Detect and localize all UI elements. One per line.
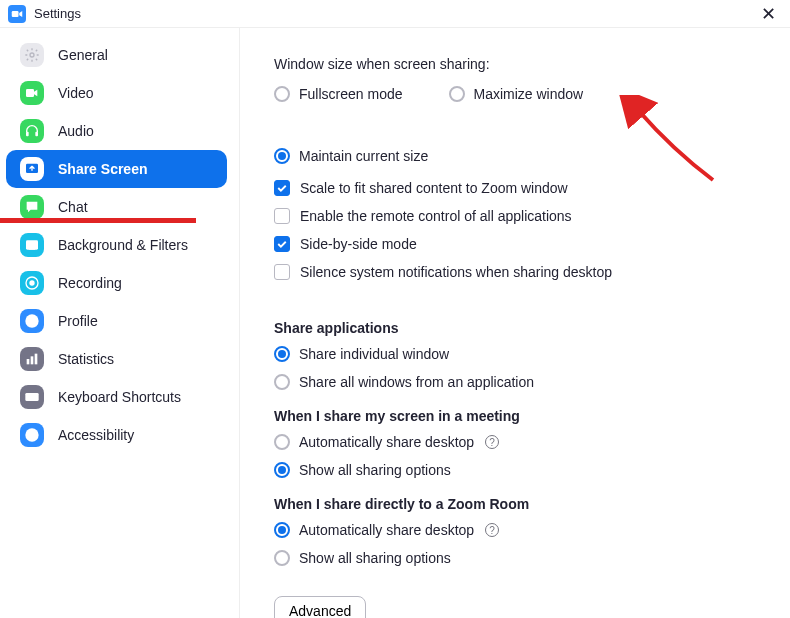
advanced-button[interactable]: Advanced (274, 596, 366, 618)
radio-autoshare2[interactable]: Automatically share desktop ? (274, 522, 770, 538)
checkbox-label: Silence system notifications when sharin… (300, 264, 612, 280)
sidebar: GeneralVideoAudioShare ScreenChatBackgro… (0, 28, 240, 618)
sidebar-item-general[interactable]: General (6, 36, 227, 74)
sidebar-item-profile[interactable]: Profile (6, 302, 227, 340)
sidebar-item-label: Recording (58, 275, 122, 291)
sidebar-item-label: General (58, 47, 108, 63)
keyboard-icon (20, 385, 44, 409)
sidebar-item-label: Chat (58, 199, 88, 215)
radio-maintain[interactable]: Maintain current size (274, 148, 428, 164)
titlebar: Settings ✕ (0, 0, 790, 28)
checkbox-box-icon (274, 236, 290, 252)
radio-maximize[interactable]: Maximize window (449, 86, 584, 102)
group-title: When I share directly to a Zoom Room (274, 496, 770, 512)
radio-allwin[interactable]: Share all windows from an application (274, 374, 770, 390)
help-icon[interactable]: ? (485, 523, 499, 537)
radio-label: Show all sharing options (299, 550, 451, 566)
radio-circle-icon (274, 462, 290, 478)
sidebar-item-keyboard[interactable]: Keyboard Shortcuts (6, 378, 227, 416)
radio-circle-icon (274, 346, 290, 362)
group-title: Share applications (274, 320, 770, 336)
window-title: Settings (34, 6, 81, 21)
svg-rect-18 (33, 395, 34, 396)
sidebar-item-stats[interactable]: Statistics (6, 340, 227, 378)
svg-rect-12 (27, 359, 30, 364)
radio-circle-icon (449, 86, 465, 102)
svg-rect-2 (26, 89, 34, 97)
radio-label: Maintain current size (299, 148, 428, 164)
svg-rect-4 (35, 132, 38, 137)
svg-rect-19 (35, 395, 36, 396)
sidebar-item-share[interactable]: Share Screen (6, 150, 227, 188)
radio-circle-icon (274, 374, 290, 390)
gear-icon (20, 43, 44, 67)
stats-icon (20, 347, 44, 371)
checkbox-box-icon (274, 180, 290, 196)
headphones-icon (20, 119, 44, 143)
radio-circle-icon (274, 86, 290, 102)
checkbox-label: Side-by-side mode (300, 236, 417, 252)
checkbox-box-icon (274, 208, 290, 224)
close-button[interactable]: ✕ (755, 3, 782, 25)
radio-group: Automatically share desktop ?Show all sh… (274, 434, 770, 478)
radio-label: Fullscreen mode (299, 86, 403, 102)
radio-indiv[interactable]: Share individual window (274, 346, 770, 362)
zoom-logo-icon (8, 5, 26, 23)
svg-point-7 (30, 243, 33, 246)
settings-content: Window size when screen sharing: Fullscr… (240, 28, 790, 618)
sidebar-item-label: Keyboard Shortcuts (58, 389, 181, 405)
radio-label: Show all sharing options (299, 462, 451, 478)
share-icon (20, 157, 44, 181)
annotation-underline (0, 218, 196, 223)
sidebar-item-label: Statistics (58, 351, 114, 367)
svg-rect-15 (25, 393, 38, 401)
checkbox-remote[interactable]: Enable the remote control of all applica… (274, 208, 770, 224)
svg-point-1 (30, 53, 34, 57)
radio-label: Maximize window (474, 86, 584, 102)
sidebar-item-label: Accessibility (58, 427, 134, 443)
svg-point-11 (30, 317, 34, 321)
sidebar-item-bg[interactable]: Background & Filters (6, 226, 227, 264)
radio-circle-icon (274, 550, 290, 566)
sidebar-item-label: Video (58, 85, 94, 101)
share-options-checklist: Scale to fit shared content to Zoom wind… (274, 180, 770, 280)
svg-rect-20 (29, 398, 36, 399)
window-size-label: Window size when screen sharing: (274, 56, 770, 72)
radio-showall2[interactable]: Show all sharing options (274, 550, 770, 566)
window-size-radio-group: Fullscreen modeMaximize windowMaintain c… (274, 86, 770, 164)
radio-autoshare1[interactable]: Automatically share desktop ? (274, 434, 770, 450)
record-icon (20, 271, 44, 295)
checkbox-sidebyside[interactable]: Side-by-side mode (274, 236, 770, 252)
radio-label: Share all windows from an application (299, 374, 534, 390)
radio-circle-icon (274, 522, 290, 538)
sidebar-item-recording[interactable]: Recording (6, 264, 227, 302)
profile-icon (20, 309, 44, 333)
sidebar-item-video[interactable]: Video (6, 74, 227, 112)
group-title: When I share my screen in a meeting (274, 408, 770, 424)
radio-group: Share individual windowShare all windows… (274, 346, 770, 390)
sidebar-item-accessibility[interactable]: Accessibility (6, 416, 227, 454)
checkbox-label: Scale to fit shared content to Zoom wind… (300, 180, 568, 196)
bg-icon (20, 233, 44, 257)
accessibility-icon (20, 423, 44, 447)
svg-rect-13 (31, 356, 34, 364)
svg-rect-14 (35, 354, 38, 365)
radio-showall1[interactable]: Show all sharing options (274, 462, 770, 478)
sidebar-item-label: Audio (58, 123, 94, 139)
checkbox-scale[interactable]: Scale to fit shared content to Zoom wind… (274, 180, 770, 196)
svg-rect-0 (12, 11, 19, 17)
help-icon[interactable]: ? (485, 435, 499, 449)
checkbox-silence[interactable]: Silence system notifications when sharin… (274, 264, 770, 280)
svg-point-22 (31, 430, 33, 432)
sidebar-item-label: Profile (58, 313, 98, 329)
svg-rect-3 (26, 132, 29, 137)
checkbox-label: Enable the remote control of all applica… (300, 208, 572, 224)
svg-point-9 (29, 280, 34, 285)
sidebar-item-label: Share Screen (58, 161, 148, 177)
radio-label: Automatically share desktop (299, 434, 474, 450)
radio-fullscreen[interactable]: Fullscreen mode (274, 86, 403, 102)
camera-icon (20, 81, 44, 105)
radio-circle-icon (274, 434, 290, 450)
sidebar-item-audio[interactable]: Audio (6, 112, 227, 150)
radio-label: Automatically share desktop (299, 522, 474, 538)
